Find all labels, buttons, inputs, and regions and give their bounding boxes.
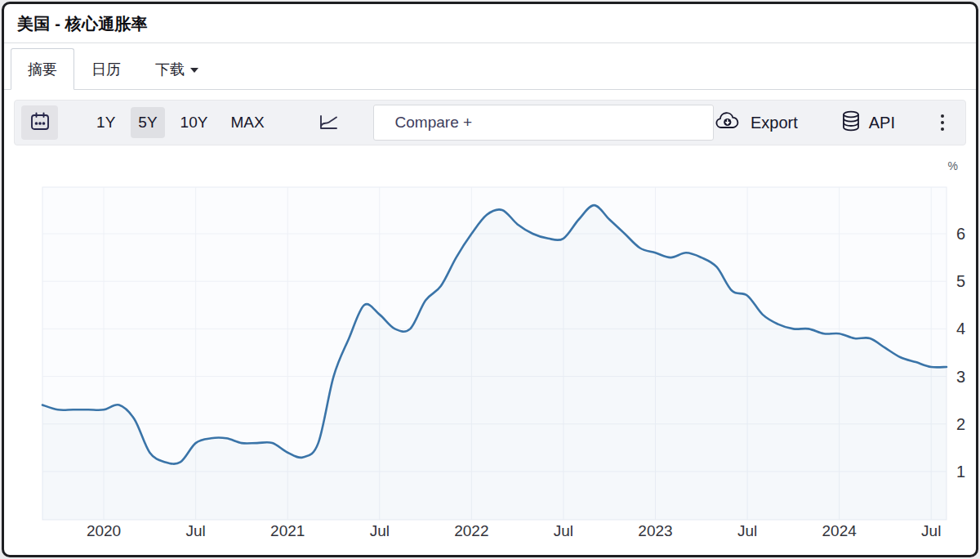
api-label: API — [869, 114, 895, 132]
tab-download-label: 下载 — [155, 60, 185, 79]
kebab-menu-icon[interactable] — [938, 111, 947, 134]
y-tick-label: 6 — [956, 225, 965, 243]
x-tick-label: 2021 — [270, 522, 305, 539]
line-chart-icon — [316, 110, 341, 136]
app-window: 美国 - 核心通胀率 摘要 日历 下载 — [2, 2, 978, 557]
range-1y-button[interactable]: 1Y — [89, 107, 122, 138]
range-selector: 1Y 5Y 10Y MAX — [89, 107, 272, 138]
caret-down-icon — [190, 68, 198, 73]
x-tick-label: 2022 — [454, 522, 488, 539]
y-tick-label: 3 — [956, 368, 965, 386]
tab-summary[interactable]: 摘要 — [11, 48, 74, 90]
calendar-button[interactable] — [21, 105, 58, 140]
tab-download[interactable]: 下载 — [138, 48, 216, 90]
tab-summary-label: 摘要 — [28, 60, 57, 79]
y-tick-label: 5 — [956, 272, 965, 290]
x-tick-label: 2020 — [87, 522, 121, 539]
x-tick-label: 2024 — [822, 522, 858, 539]
x-tick-label: 2023 — [638, 522, 672, 539]
calendar-icon — [29, 110, 51, 136]
line-chart[interactable]: 2020Jul2021Jul2022Jul2023Jul2024Jul12345… — [4, 145, 976, 554]
chart-toolbar: 1Y 5Y 10Y MAX Export — [14, 100, 966, 145]
export-label: Export — [751, 114, 798, 132]
tab-calendar-label: 日历 — [91, 60, 121, 79]
title-bar: 美国 - 核心通胀率 — [4, 4, 976, 43]
page-title: 美国 - 核心通胀率 — [17, 13, 963, 35]
y-tick-label: 2 — [956, 415, 965, 433]
chart-type-button[interactable] — [316, 110, 341, 136]
y-tick-label: 4 — [956, 320, 965, 338]
x-tick-label: Jul — [370, 522, 390, 539]
range-10y-button[interactable]: 10Y — [173, 107, 216, 138]
tab-strip: 摘要 日历 下载 — [4, 43, 976, 90]
range-5y-button[interactable]: 5Y — [131, 107, 164, 138]
y-axis-unit-label: % — [948, 159, 958, 172]
x-tick-label: Jul — [554, 522, 573, 539]
x-tick-label: Jul — [185, 522, 205, 539]
range-max-button[interactable]: MAX — [223, 107, 271, 138]
compare-input[interactable] — [373, 105, 714, 141]
chart-area: 2020Jul2021Jul2022Jul2023Jul2024Jul12345… — [4, 145, 976, 554]
tab-calendar[interactable]: 日历 — [74, 48, 138, 90]
x-tick-label: Jul — [921, 522, 941, 539]
y-tick-label: 1 — [956, 463, 965, 481]
export-button[interactable]: Export — [714, 110, 798, 136]
database-icon — [840, 110, 862, 136]
cloud-download-icon — [714, 110, 743, 136]
api-button[interactable]: API — [840, 110, 895, 136]
x-tick-label: Jul — [737, 522, 757, 539]
